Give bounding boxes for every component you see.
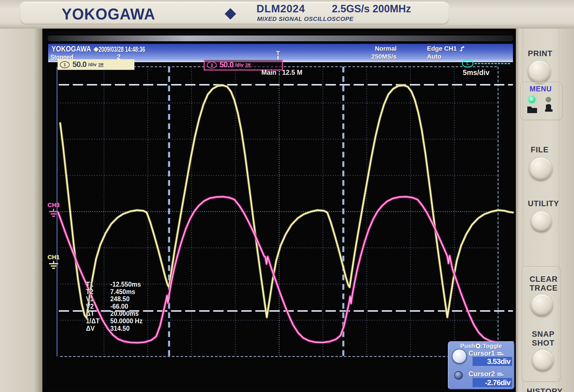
cursor-panel-title: Push :Toggle [448,342,514,349]
push-label: Push [460,342,475,349]
folder-icon[interactable] [526,104,538,114]
time-per-div-label: 5ms/div [463,68,489,77]
meas-value: 50.0000 Hz [110,317,143,325]
meas-value: 314.50 [110,325,130,332]
measurement-row: V2 -66.00 [86,303,143,310]
ch3-scale-value: 50.0 [220,60,234,69]
brand-logo: YOKOGAWA [62,5,155,23]
oscilloscope-device: YOKOGAWA ◆ DLM2024 2.5GS/s 200MHz MIXED … [0,0,574,392]
ch3-scale-unit: /div [235,62,244,68]
model-specs: 2.5GS/s 200MHz [332,3,411,15]
meas-value: 7.450ms [110,288,135,296]
sample-rate: 250MS/s [360,53,397,61]
measurement-row: V1 248.50 [86,295,143,303]
snap-label-line1: SNAP [532,330,555,339]
measurement-row: 1/ΔT 50.0000 Hz [86,317,143,325]
trigger-mode: Normal [360,45,397,53]
cursor-control-panel: Push :Toggle Cursor1 3.53div Cursor2 -2.… [448,341,514,389]
model-name: DLM2024 [256,3,305,15]
snap-shot-button-label: SNAP SHOT [532,330,555,348]
meas-label: ΔT [86,310,110,317]
meas-value: 248.50 [110,295,130,303]
menu-led-on [528,96,535,103]
clear-label-line2: TRACE [530,284,558,293]
trigger-mode-rate: Normal 250MS/s [360,45,397,61]
push-knob-icon [476,344,480,348]
meas-label: 1/ΔT [86,317,110,325]
model-subtitle: MIXED SIGNAL OSCILLOSCOPE [257,15,353,22]
statusbar-datetime: 2009/03/28 14:48:36 [99,45,145,54]
cursor1-row: Cursor1 [469,349,504,357]
utility-button-label: UTILITY [528,199,559,208]
clear-trace-button[interactable] [531,294,553,316]
clear-trace-button-label: CLEAR TRACE [530,275,558,293]
cursor2-knob[interactable] [454,371,463,380]
meas-label: T1 [86,281,110,288]
trigger-source: Edge CH1 [427,45,457,53]
measurement-row: T1 -12.550ms [86,281,143,288]
meas-value: 20.000ms [110,310,139,317]
measurement-row: T2 7.450ms [86,288,143,296]
ch1-scale-unit: /div [88,62,97,68]
left-bezel [0,29,42,392]
cursor2-label: Cursor2 [469,370,495,378]
rising-edge-icon [459,45,465,52]
meas-value: -12.550ms [110,281,141,288]
ch1-impedance-icon: 1M [98,62,103,67]
logic-channel-icon: L [462,60,473,68]
meas-label: ΔV [86,325,110,332]
clear-label-line1: CLEAR [530,275,558,284]
measurement-row: ΔT 20.000ms [86,310,143,317]
cursor1-label: Cursor1 [469,349,495,357]
ch3-ground-marker[interactable]: CH3 [48,202,60,220]
brand-diamond-icon: ◆ [225,4,236,21]
ch3-impedance-icon: 1M [245,63,250,67]
meas-label: V1 [86,295,110,303]
cursor1-line-icon [497,351,504,356]
meas-label: T2 [86,288,110,296]
ch1-ground-icon [48,261,60,271]
ch1-scale-value: 50.0 [73,60,87,69]
print-button-label: PRINT [528,49,553,58]
cursor2-value[interactable]: -2.76div [473,378,512,387]
utility-button[interactable] [531,211,551,231]
ch3-ground-icon [48,208,60,219]
logic-channel-indicator: L [462,60,510,68]
cursor1-value[interactable]: 3.53div [473,357,512,366]
cursor-measurements: T1 -12.550ms T2 7.450ms V1 248.50 V2 -66… [86,281,143,332]
toggle-label: :Toggle [481,342,502,349]
printer-icon[interactable] [542,102,555,115]
file-button-label: FILE [531,145,549,154]
history-button-label: HISTORY [527,387,563,392]
statusbar-diamond-icon: ◆ [93,45,99,53]
statusbar-brand: YOKOGAWA [52,45,91,54]
voltage-cursor-lines[interactable] [59,85,513,311]
logic-channel-dash-line [475,63,510,64]
print-button[interactable] [528,61,550,82]
trigger-auto-mode: Auto [427,53,465,61]
right-control-panel: PRINT MENU FILE UTILITY CLEAR TRACE SNAP… [516,29,574,392]
ch3-number-icon: 3 [207,62,217,68]
record-length-label: Main : 12.5 M [261,69,302,76]
ch1-number-icon: 1 [60,61,70,68]
trigger-settings: Edge CH1 Auto [427,45,465,61]
ch1-scale-badge[interactable]: 1 50.0 /div 1M [58,59,134,70]
file-button[interactable] [530,157,552,180]
cursor2-line-icon [497,372,504,376]
waveform-display [46,34,515,390]
trigger-position-label: T [274,50,282,56]
ch1-marker-label: CH1 [48,254,60,261]
lcd-screen: YOKOGAWA ◆ 2009/03/28 14:48:36 Stopped 2… [46,34,515,390]
ch1-ground-marker[interactable]: CH1 [48,254,60,272]
snap-shot-button[interactable] [532,350,553,371]
menu-label: MENU [530,85,552,93]
cursor2-row: Cursor2 [469,370,504,378]
measurement-row: ΔV 314.50 [86,325,143,332]
menu-led-off [546,97,551,102]
top-bezel: YOKOGAWA ◆ DLM2024 2.5GS/s 200MHz MIXED … [0,0,574,29]
snap-label-line2: SHOT [532,339,555,348]
meas-value: -66.00 [110,303,128,310]
cursor1-knob[interactable] [452,349,467,364]
meas-label: V2 [86,303,110,310]
ch3-marker-label: CH3 [48,202,60,208]
